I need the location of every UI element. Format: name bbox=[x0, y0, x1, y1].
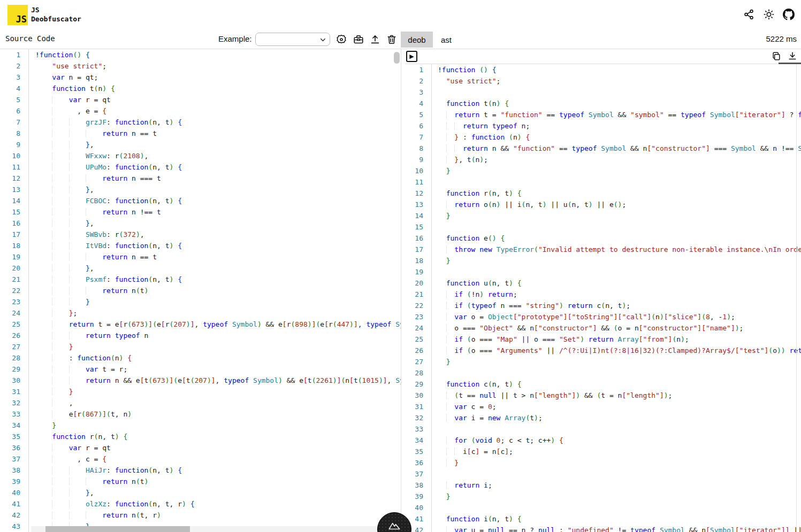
toolbar: Source Code Example: bbox=[0, 30, 801, 49]
line-number: 28 bbox=[0, 352, 28, 364]
code-line-text: return n == t bbox=[28, 251, 401, 263]
line-number: 41 bbox=[0, 498, 28, 510]
copy-icon[interactable] bbox=[771, 51, 782, 61]
code-line-text: if (o === "Arguments" || /^(?:Ui|I)nt(?:… bbox=[431, 345, 801, 356]
code-line: 29 function c(n, t) { bbox=[405, 379, 801, 390]
code-line-text: function r(n, t) { bbox=[28, 431, 401, 442]
github-icon[interactable] bbox=[783, 9, 795, 20]
upload-icon[interactable] bbox=[369, 34, 381, 45]
code-line-text: var n = qt; bbox=[28, 72, 401, 83]
line-number: 40 bbox=[405, 502, 431, 513]
code-line: 19 return n == t bbox=[0, 251, 401, 263]
line-number: 18 bbox=[0, 240, 28, 251]
line-number: 25 bbox=[0, 319, 28, 330]
code-line: 4 function t(n) { bbox=[405, 98, 801, 109]
example-select[interactable] bbox=[255, 33, 330, 46]
source-horizontal-scrollbar[interactable] bbox=[45, 526, 190, 532]
code-line-text: SWBvb: r(372), bbox=[28, 229, 401, 240]
code-line: 30 return n && e[t(673)](e[t(207)], type… bbox=[0, 375, 401, 386]
code-line: 27 } bbox=[405, 356, 801, 367]
code-line-text: var r = qt bbox=[28, 94, 401, 105]
line-number: 8 bbox=[0, 128, 28, 139]
code-line: 23 } bbox=[0, 296, 401, 307]
source-vertical-scrollbar[interactable] bbox=[394, 52, 400, 64]
code-line: 6 return typeof n; bbox=[405, 120, 801, 132]
code-line: 11 bbox=[405, 176, 801, 188]
code-line-text: return n(t) bbox=[28, 476, 401, 487]
line-number: 15 bbox=[405, 221, 431, 233]
code-line-text: return n === t bbox=[28, 173, 401, 184]
line-number: 2 bbox=[405, 75, 431, 87]
code-line: 1!function () { bbox=[405, 64, 801, 75]
code-line: 33 e[r(867)](t, n) bbox=[0, 408, 401, 420]
tab-deob-label: deob bbox=[408, 35, 425, 44]
code-line-text: , c = { bbox=[28, 453, 401, 465]
line-number: 22 bbox=[0, 285, 28, 296]
line-number: 27 bbox=[0, 341, 28, 352]
code-line: 5 var r = qt bbox=[0, 94, 401, 105]
code-line-text: Psxmf: function(n, t) { bbox=[28, 274, 401, 285]
code-line: 22 return n(t) bbox=[0, 285, 401, 296]
code-line-text: return o(n) || i(n, t) || u(n, t) || e()… bbox=[431, 199, 801, 210]
mountain-icon bbox=[387, 519, 401, 532]
timing-badge: 5222 ms bbox=[766, 34, 797, 43]
code-line: 37 , c = { bbox=[0, 453, 401, 465]
line-number: 37 bbox=[0, 453, 28, 465]
line-number: 13 bbox=[0, 184, 28, 195]
code-line: 15 return n !== t bbox=[0, 206, 401, 218]
code-line: 24 o === "Object" && n["constructor"] &&… bbox=[405, 322, 801, 334]
settings-icon[interactable] bbox=[335, 34, 347, 45]
line-number: 23 bbox=[0, 296, 28, 307]
play-button[interactable]: ▶ bbox=[406, 51, 417, 62]
download-icon[interactable] bbox=[787, 51, 798, 61]
code-line-text bbox=[431, 176, 801, 188]
code-line: 1!function() { bbox=[0, 49, 401, 60]
code-line-text: } bbox=[28, 420, 401, 431]
code-line-text: function u(n, t) { bbox=[431, 277, 801, 289]
code-line: 34 } bbox=[0, 420, 401, 431]
line-number: 22 bbox=[405, 300, 431, 311]
line-number: 30 bbox=[0, 375, 28, 386]
output-editor[interactable]: 1!function () {2 "use strict";3 4 functi… bbox=[405, 64, 801, 532]
code-line: 28 bbox=[405, 367, 801, 379]
output-vertical-scrollbar-track bbox=[796, 64, 797, 532]
code-line: 5 return t = "function" == typeof Symbol… bbox=[405, 109, 801, 120]
code-line-text: , e = { bbox=[28, 105, 401, 117]
code-line-text: for (void 0; c < t; c++) { bbox=[431, 435, 801, 446]
code-line-text: } : function (n) { bbox=[431, 132, 801, 143]
code-line-text: var t = r; bbox=[28, 364, 401, 375]
tab-ast[interactable]: ast bbox=[434, 32, 459, 48]
line-number: 14 bbox=[0, 195, 28, 206]
line-number: 39 bbox=[0, 476, 28, 487]
code-line-text: (t == null || t > n["length"]) && (t = n… bbox=[431, 390, 801, 401]
share-icon[interactable] bbox=[743, 9, 755, 20]
code-line: 28 : function(n) { bbox=[0, 352, 401, 364]
line-number: 36 bbox=[405, 457, 431, 468]
code-line-text: } bbox=[28, 296, 401, 307]
code-line-text: UPuMo: function(n, t) { bbox=[28, 161, 401, 173]
line-number: 33 bbox=[405, 423, 431, 435]
code-line: 12 return n === t bbox=[0, 173, 401, 184]
theme-icon[interactable] bbox=[763, 9, 775, 20]
code-line-text: function c(n, t) { bbox=[431, 379, 801, 390]
code-line: 17 SWBvb: r(372), bbox=[0, 229, 401, 240]
line-number: 11 bbox=[0, 161, 28, 173]
code-line: 13 }, bbox=[0, 184, 401, 195]
code-line-text: "use strict"; bbox=[28, 60, 401, 72]
toolbox-icon[interactable] bbox=[353, 34, 364, 45]
line-number: 30 bbox=[405, 390, 431, 401]
code-line: 33 bbox=[405, 423, 801, 435]
code-line: 8 return n && "function" == typeof Symbo… bbox=[405, 143, 801, 154]
code-line-text: }, bbox=[28, 184, 401, 195]
trash-icon[interactable] bbox=[386, 34, 398, 45]
line-number: 42 bbox=[0, 510, 28, 521]
code-line-text bbox=[431, 423, 801, 435]
line-number: 21 bbox=[0, 274, 28, 285]
code-line: 35 function r(n, t) { bbox=[0, 431, 401, 442]
code-line: 3 var n = qt; bbox=[0, 72, 401, 83]
tab-deob[interactable]: deob bbox=[401, 32, 433, 48]
source-editor[interactable]: 1!function() {2 "use strict";3 var n = q… bbox=[0, 49, 401, 532]
code-line: 29 var t = r; bbox=[0, 364, 401, 375]
code-line: 32 var i = new Array(t); bbox=[405, 412, 801, 423]
line-number: 19 bbox=[0, 251, 28, 263]
